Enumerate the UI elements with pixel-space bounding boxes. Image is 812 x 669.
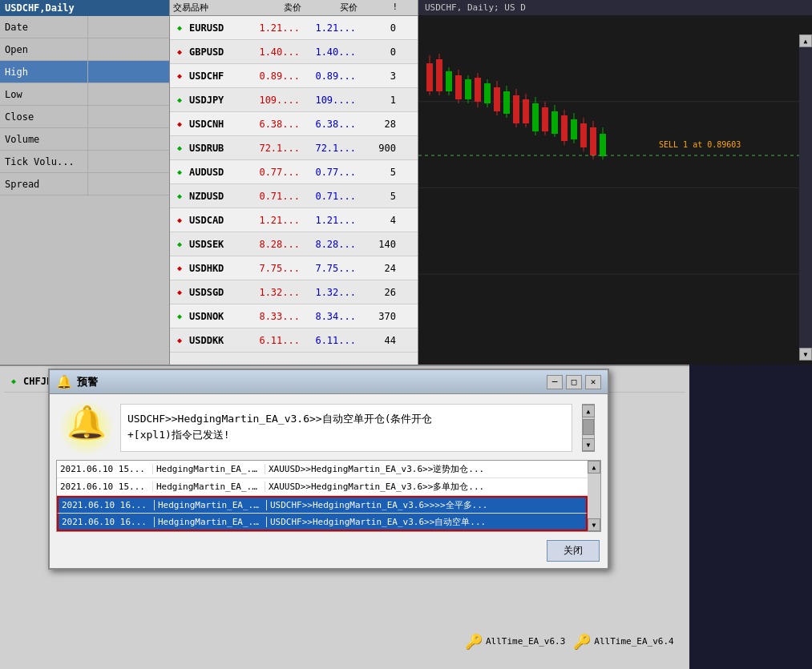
- market-row-nzdusd[interactable]: ◆ NZDUSD 0.71... 0.71... 5: [170, 184, 418, 208]
- prop-label: Date: [0, 16, 88, 38]
- market-row-usdcnh[interactable]: ◆ USDCNH 6.38... 6.38... 28: [170, 112, 418, 136]
- chart-canvas: SELL 1 at 0.89603 ▲ ▼: [418, 15, 812, 361]
- alltime-label-2: AllTime_EA_v6.4: [594, 636, 673, 647]
- eurusd-symbol: EURUSD: [189, 22, 247, 34]
- usdhkd-spread: 24: [359, 263, 399, 274]
- log-scroll-down[interactable]: ▼: [588, 518, 600, 531]
- prop-value: [88, 183, 98, 186]
- bottom-apps: 🔑 AllTime_EA_v6.3 🔑 AllTime_EA_v6.4: [465, 633, 674, 650]
- usdchf-ask: 0.89...: [303, 71, 359, 82]
- log-name: HedgingMartin_EA_...: [155, 500, 267, 510]
- usdhkd-direction-icon: ◆: [173, 262, 186, 275]
- property-row-tick-volu---: Tick Volu...: [0, 151, 169, 173]
- audusd-bid: 0.77...: [247, 167, 303, 178]
- minimize-button[interactable]: ─: [547, 375, 563, 389]
- market-row-eurusd[interactable]: ◆ EURUSD 1.21... 1.21... 0: [170, 16, 418, 40]
- log-name: HedgingMartin_EA_...: [153, 482, 265, 492]
- log-row-1[interactable]: 2021.06.10 15... HedgingMartin_EA_... XA…: [57, 478, 588, 496]
- msg-scroll-up[interactable]: ▲: [582, 405, 595, 417]
- gbpusd-spread: 0: [359, 46, 399, 58]
- scrollbar-down-arrow[interactable]: ▼: [799, 348, 812, 361]
- prop-value: [88, 115, 98, 119]
- market-row-gbpusd[interactable]: ◆ GBPUSD 1.40... 1.40... 0: [170, 40, 418, 64]
- usdnok-spread: 370: [359, 311, 399, 322]
- usdchf-bid: 0.89...: [247, 71, 303, 82]
- message-scrollbar[interactable]: ▲ ▼: [582, 404, 595, 452]
- prop-label: Low: [0, 83, 88, 105]
- eurusd-bid: 1.21...: [247, 22, 303, 34]
- log-row-2[interactable]: 2021.06.10 16... HedgingMartin_EA_... US…: [57, 496, 588, 514]
- property-row-volume: Volume: [0, 128, 169, 151]
- dialog-bell-icon: 🔔: [56, 374, 72, 389]
- nzdusd-spread: 5: [359, 191, 399, 202]
- usdjpy-bid: 109....: [247, 95, 303, 106]
- usdchf-direction-icon: ◆: [173, 70, 186, 83]
- property-row-date: Date: [0, 16, 169, 38]
- log-table: 2021.06.10 15... HedgingMartin_EA_... XA…: [57, 461, 588, 531]
- market-row-usdsgd[interactable]: ◆ USDSGD 1.32... 1.32... 26: [170, 280, 418, 304]
- gbpusd-ask: 1.40...: [303, 46, 359, 58]
- alert-message-text: USDCHF>>HedgingMartin_EA_v3.6>>自动空单开仓(条件…: [120, 404, 572, 452]
- dialog-content: 🔔 USDCHF>>HedgingMartin_EA_v3.6>>自动空单开仓(…: [50, 394, 608, 458]
- log-name: HedgingMartin_EA_...: [153, 464, 265, 474]
- log-scroll-up[interactable]: ▲: [588, 461, 600, 474]
- log-scrollbar[interactable]: ▲ ▼: [588, 461, 600, 531]
- chart-scrollbar[interactable]: ▲ ▼: [799, 34, 812, 361]
- log-row-3[interactable]: 2021.06.10 16... HedgingMartin_EA_... US…: [57, 514, 588, 531]
- chart-area: USDCHF, Daily; US D: [418, 0, 812, 365]
- prop-label: Close: [0, 106, 88, 127]
- usdcnh-spread: 28: [359, 119, 399, 130]
- prop-value: [88, 26, 98, 29]
- market-row-audusd[interactable]: ◆ AUDUSD 0.77... 0.77... 5: [170, 160, 418, 184]
- market-row-usdrub[interactable]: ◆ USDRUB 72.1... 72.1... 900: [170, 136, 418, 160]
- usdsgd-symbol: USDSGD: [189, 287, 247, 298]
- usdsgd-spread: 26: [359, 287, 399, 298]
- market-row-usdsek[interactable]: ◆ USDSEK 8.28... 8.28... 140: [170, 232, 418, 256]
- msg-scroll-down[interactable]: ▼: [582, 438, 595, 451]
- usdjpy-symbol: USDJPY: [189, 95, 247, 106]
- scrollbar-up-arrow[interactable]: ▲: [799, 34, 812, 47]
- market-row-usddkk[interactable]: ◆ USDDKK 6.11... 6.11... 44: [170, 328, 418, 353]
- prop-value: [88, 48, 98, 51]
- log-row-0[interactable]: 2021.06.10 15... HedgingMartin_EA_... XA…: [57, 461, 588, 478]
- usddkk-bid: 6.11...: [247, 335, 303, 346]
- prop-value: [88, 138, 98, 141]
- audusd-spread: 5: [359, 167, 399, 178]
- usdcad-bid: 1.21...: [247, 215, 303, 226]
- usdhkd-ask: 7.75...: [303, 263, 359, 274]
- dialog-title-left: 🔔 预警: [56, 374, 98, 389]
- usdnok-bid: 8.33...: [247, 311, 303, 322]
- market-row-usdhkd[interactable]: ◆ USDHKD 7.75... 7.75... 24: [170, 256, 418, 280]
- market-watch-panel: 交易品种 卖价 买价 ! ◆ EURUSD 1.21... 1.21... 0 …: [170, 0, 418, 365]
- msg-scroll-thumb[interactable]: [583, 419, 594, 435]
- usddkk-spread: 44: [359, 335, 399, 346]
- left-property-panel: USDCHF,Daily DateOpenHighLowCloseVolumeT…: [0, 0, 170, 365]
- usddkk-symbol: USDDKK: [189, 335, 247, 346]
- restore-button[interactable]: □: [566, 375, 582, 389]
- property-row-high: High: [0, 61, 169, 83]
- market-row-usdnok[interactable]: ◆ USDNOK 8.33... 8.34... 370: [170, 304, 418, 328]
- dialog-controls[interactable]: ─ □ ✕: [547, 375, 601, 389]
- log-scroll-track: [588, 474, 600, 518]
- alert-log-container: 2021.06.10 15... HedgingMartin_EA_... XA…: [56, 460, 601, 532]
- eurusd-direction-icon: ◆: [173, 22, 186, 34]
- gbpusd-direction-icon: ◆: [173, 46, 186, 58]
- eurusd-spread: 0: [359, 22, 399, 34]
- bell-large-icon: 🔔: [67, 404, 107, 441]
- close-x-button[interactable]: ✕: [585, 375, 601, 389]
- market-row-usdjpy[interactable]: ◆ USDJPY 109.... 109.... 1: [170, 88, 418, 112]
- usdsgd-ask: 1.32...: [303, 287, 359, 298]
- dialog-title-text: 预警: [77, 375, 98, 389]
- property-row-low: Low: [0, 83, 169, 106]
- market-row-usdchf[interactable]: ◆ USDCHF 0.89... 0.89... 3: [170, 64, 418, 88]
- prop-label: Volume: [0, 128, 88, 150]
- chart-title: USDCHF, Daily; US D: [418, 0, 812, 15]
- nzdusd-bid: 0.71...: [247, 191, 303, 202]
- nzdusd-symbol: NZDUSD: [189, 191, 247, 202]
- alltime-icon-1: 🔑: [465, 633, 483, 650]
- usdrub-spread: 900: [359, 143, 399, 154]
- market-row-usdcad[interactable]: ◆ USDCAD 1.21... 1.21... 4: [170, 208, 418, 232]
- close-dialog-button[interactable]: 关闭: [547, 540, 600, 562]
- log-msg: XAUUSD>>HedgingMartin_EA_v3.6>>逆势加仓...: [265, 463, 588, 475]
- nzdusd-ask: 0.71...: [303, 191, 359, 202]
